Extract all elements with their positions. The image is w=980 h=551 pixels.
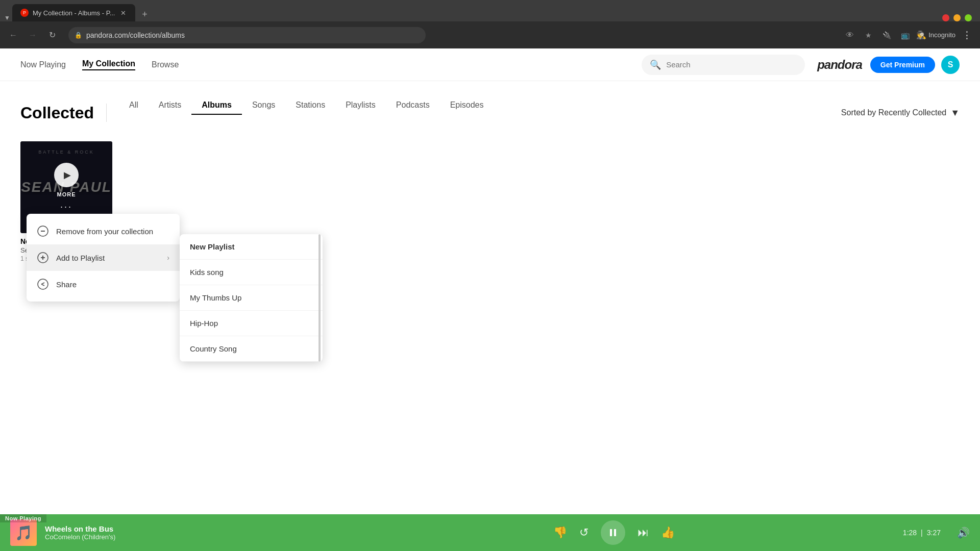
time-separator: | (921, 529, 923, 537)
remove-icon (37, 225, 49, 237)
now-playing-label: Now Playing (0, 514, 46, 522)
bookmark-icon[interactable]: ★ (861, 28, 875, 42)
thumbs-down-button[interactable]: 👎 (553, 526, 567, 539)
track-name: Wheels on the Bus (45, 524, 326, 533)
time-info: 1:28 | 3:27 (903, 529, 941, 537)
filter-tab-episodes[interactable]: Episodes (440, 96, 494, 115)
incognito-label: 🕵 Incognito (916, 30, 955, 40)
window-controls (942, 14, 976, 21)
time-current: 1:28 (903, 529, 917, 537)
minimize-button[interactable] (942, 14, 949, 21)
page-header: Collected All Artists Albums Songs Stati… (20, 96, 960, 129)
add-to-playlist-item[interactable]: Add to Playlist › (27, 244, 180, 271)
now-playing-album-art: 🎵 (10, 519, 37, 546)
filter-tab-stations[interactable]: Stations (285, 96, 335, 115)
forward-button[interactable]: → (26, 28, 40, 42)
header-divider (106, 104, 107, 122)
now-playing-link[interactable]: Now Playing (20, 60, 66, 69)
player-controls: 👎 ↺ ⏭ 👍 (334, 520, 895, 545)
sort-dropdown[interactable]: Sorted by Recently Collected ▼ (841, 108, 960, 118)
search-icon: 🔍 (650, 59, 661, 70)
track-info: Wheels on the Bus CoComelon (Children's) (45, 524, 326, 541)
browser-chrome: ▼ P My Collection - Albums - P... ✕ + ← … (0, 0, 980, 48)
playlist-submenu: New Playlist Kids song My Thumbs Up Hip-… (180, 234, 323, 362)
user-avatar[interactable]: S (941, 56, 960, 74)
extension-icon[interactable]: 🔌 (879, 28, 894, 42)
sort-label: Sorted by Recently Collected (841, 108, 946, 117)
chevron-down-icon: ▼ (950, 108, 960, 118)
thumbs-up-button[interactable]: 👍 (661, 526, 675, 539)
hip-hop-item[interactable]: Hip-Hop (180, 311, 323, 336)
share-item[interactable]: Share (27, 271, 180, 297)
play-button[interactable] (54, 163, 79, 187)
filter-tab-songs[interactable]: Songs (242, 96, 285, 115)
track-artist: CoComelon (Children's) (45, 533, 326, 541)
remove-from-collection-item[interactable]: Remove from your collection (27, 218, 180, 244)
add-playlist-label: Add to Playlist (56, 254, 105, 262)
browse-link[interactable]: Browse (152, 60, 179, 69)
close-button[interactable] (965, 14, 972, 21)
context-menu: Remove from your collection Add to Playl… (27, 214, 180, 302)
filter-tab-artists[interactable]: Artists (149, 96, 191, 115)
tab-bar: ▼ P My Collection - Albums - P... ✕ + (0, 0, 980, 21)
cast-icon[interactable]: 📺 (898, 28, 912, 42)
more-label: MORE (57, 191, 76, 197)
pause-button[interactable] (601, 520, 625, 545)
pandora-logo: pandora (817, 58, 862, 72)
lock-icon: 🔒 (75, 32, 82, 39)
tab-list-button[interactable]: ▼ (4, 14, 10, 21)
volume-icon[interactable]: 🔊 (957, 527, 970, 539)
share-label: Share (56, 280, 77, 289)
svg-point-5 (38, 279, 48, 289)
kids-song-item[interactable]: Kids song (180, 260, 323, 285)
filter-tab-podcasts[interactable]: Podcasts (386, 96, 440, 115)
new-tab-button[interactable]: + (137, 7, 152, 21)
tab-title: My Collection - Albums - P... (33, 9, 115, 17)
filter-tab-albums[interactable]: Albums (191, 96, 242, 115)
more-menu-button[interactable]: ⋮ (960, 28, 974, 42)
search-bar[interactable]: 🔍 (642, 55, 805, 75)
refresh-button[interactable]: ↻ (45, 28, 59, 42)
top-nav: Now Playing My Collection Browse 🔍 pando… (0, 48, 980, 81)
toolbar-right: 👁 ★ 🔌 📺 🕵 Incognito ⋮ (843, 28, 974, 42)
main-content: Collected All Artists Albums Songs Stati… (0, 81, 980, 514)
restore-button[interactable] (953, 14, 961, 21)
search-input[interactable] (666, 60, 797, 69)
tab-favicon: P (20, 9, 29, 17)
new-playlist-item[interactable]: New Playlist (180, 234, 323, 260)
share-icon (37, 278, 49, 290)
more-dots[interactable]: ··· (60, 202, 72, 212)
url-text: pandora.com/collection/albums (86, 31, 185, 39)
scrollbar[interactable] (318, 234, 321, 362)
nav-links: Now Playing My Collection Browse (20, 59, 642, 70)
add-playlist-icon (37, 252, 49, 264)
address-bar[interactable]: 🔒 pandora.com/collection/albums (68, 27, 426, 43)
now-playing-bar: Now Playing 🎵 Wheels on the Bus CoComelo… (0, 514, 980, 551)
page-title: Collected (20, 104, 94, 122)
get-premium-button[interactable]: Get Premium (870, 57, 935, 73)
back-button[interactable]: ← (6, 28, 20, 42)
remove-label: Remove from your collection (56, 227, 153, 236)
tab-close-button[interactable]: ✕ (119, 9, 127, 17)
replay-button[interactable]: ↺ (579, 526, 589, 539)
svg-rect-7 (614, 529, 616, 536)
skip-button[interactable]: ⏭ (638, 526, 649, 539)
browser-toolbar: ← → ↻ 🔒 pandora.com/collection/albums 👁 … (0, 21, 980, 48)
svg-rect-6 (610, 529, 612, 536)
cocomelon-art: 🎵 (10, 519, 37, 546)
pandora-app: Now Playing My Collection Browse 🔍 pando… (0, 48, 980, 551)
time-total: 3:27 (927, 529, 941, 537)
filter-tabs: All Artists Albums Songs Stations Playli… (119, 96, 494, 115)
active-tab[interactable]: P My Collection - Albums - P... ✕ (12, 4, 136, 21)
filter-tab-playlists[interactable]: Playlists (335, 96, 386, 115)
country-song-item[interactable]: Country Song (180, 336, 323, 362)
chevron-right-icon: › (167, 254, 169, 262)
my-thumbs-up-item[interactable]: My Thumbs Up (180, 285, 323, 311)
filter-tab-all[interactable]: All (119, 96, 149, 115)
eye-slash-icon[interactable]: 👁 (843, 28, 857, 42)
my-collection-link[interactable]: My Collection (82, 59, 135, 70)
